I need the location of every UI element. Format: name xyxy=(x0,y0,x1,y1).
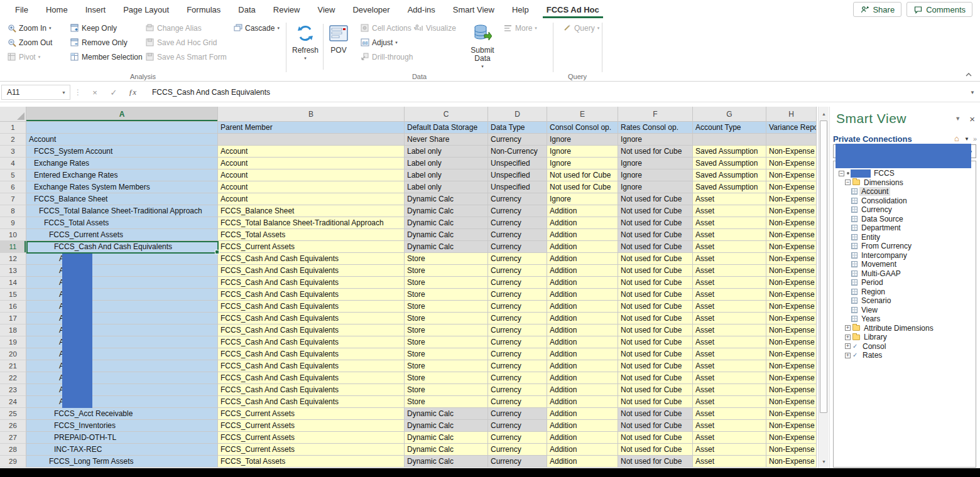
cell-A13[interactable]: A xyxy=(26,265,218,277)
column-header-c[interactable]: C xyxy=(405,107,488,122)
cell-D7[interactable]: Currency xyxy=(488,193,547,205)
cell-H15[interactable]: Non-Expense xyxy=(766,289,817,301)
column-header-f[interactable]: F xyxy=(618,107,693,122)
cell-D29[interactable]: Currency xyxy=(488,456,547,468)
cell-A3[interactable]: FCCS_System Account xyxy=(26,146,218,158)
cell-A16[interactable]: A xyxy=(26,301,218,313)
cell-B26[interactable]: FCCS_Current Assets xyxy=(218,420,405,432)
cell-D6[interactable]: Unspecified xyxy=(488,181,547,193)
cell-H11[interactable]: Non-Expense xyxy=(766,241,817,253)
panel-close-icon[interactable]: × xyxy=(969,114,975,124)
cell-A4[interactable]: Exchange Rates xyxy=(26,158,218,169)
cell-C17[interactable]: Store xyxy=(405,313,488,324)
cell-C9[interactable]: Dynamic Calc xyxy=(405,217,488,229)
insert-function-icon[interactable]: ƒx xyxy=(123,87,142,97)
cell-G10[interactable]: Asset xyxy=(693,229,766,241)
cell-G14[interactable]: Asset xyxy=(693,277,766,289)
cell-H10[interactable]: Non-Expense xyxy=(766,229,817,241)
cell-H25[interactable]: Non-Expense xyxy=(766,408,817,420)
cell-H18[interactable]: Non-Expense xyxy=(766,324,817,336)
cell-D27[interactable]: Currency xyxy=(488,432,547,444)
cell-B13[interactable]: FCCS_Cash And Cash Equivalents xyxy=(218,265,405,277)
tree-item-library[interactable]: +Library xyxy=(834,333,976,342)
cell-D3[interactable]: Non-Currency xyxy=(488,146,547,158)
row-header-23[interactable]: 23 xyxy=(0,384,26,396)
scrollbar-thumb[interactable] xyxy=(820,121,827,413)
cell-H8[interactable]: Non-Expense xyxy=(766,205,817,217)
home-icon[interactable]: ⌂ xyxy=(954,135,959,142)
tree-item-multi-gaap[interactable]: Multi-GAAP xyxy=(834,269,976,279)
row-header-7[interactable]: 7 xyxy=(0,193,26,205)
cell-A17[interactable]: A xyxy=(26,313,218,324)
cell-E1[interactable]: Consol Consol op. xyxy=(547,122,618,134)
zoom-out-button[interactable]: Zoom Out xyxy=(5,36,54,49)
cell-F18[interactable]: Not used for Cube xyxy=(618,324,693,336)
enter-formula-icon[interactable]: ✓ xyxy=(104,88,123,97)
cell-C21[interactable]: Store xyxy=(405,360,488,372)
cell-E20[interactable]: Addition xyxy=(547,348,618,360)
cell-D17[interactable]: Currency xyxy=(488,313,547,324)
member-selection-button[interactable]: Member Selection xyxy=(68,50,144,63)
cell-D18[interactable]: Currency xyxy=(488,324,547,336)
cell-C5[interactable]: Label only xyxy=(405,169,488,181)
cell-F5[interactable]: Ignore xyxy=(618,169,693,181)
cell-B22[interactable]: FCCS_Cash And Cash Equivalents xyxy=(218,372,405,384)
cell-B1[interactable]: Parent Member xyxy=(218,122,405,134)
expand-icon[interactable]: + xyxy=(845,343,851,349)
cell-G16[interactable]: Asset xyxy=(693,301,766,313)
cell-B20[interactable]: FCCS_Cash And Cash Equivalents xyxy=(218,348,405,360)
tab-insert[interactable]: Insert xyxy=(77,0,115,19)
row-header-4[interactable]: 4 xyxy=(0,158,26,169)
cell-B27[interactable]: FCCS_Current Assets xyxy=(218,432,405,444)
cell-F28[interactable]: Not used for Cube xyxy=(618,444,693,456)
cell-A12[interactable]: A xyxy=(26,253,218,265)
cell-D16[interactable]: Currency xyxy=(488,301,547,313)
cell-C29[interactable]: Dynamic Calc xyxy=(405,456,488,468)
cell-F11[interactable]: Not used for Cube xyxy=(618,241,693,253)
cell-D9[interactable]: Currency xyxy=(488,217,547,229)
cell-G12[interactable]: Asset xyxy=(693,253,766,265)
cell-H19[interactable]: Non-Expense xyxy=(766,336,817,348)
cell-F4[interactable]: Ignore xyxy=(618,158,693,169)
zoom-in-button[interactable]: Zoom In▾ xyxy=(5,21,53,35)
cell-A29[interactable]: FCCS_Long Term Assets xyxy=(26,456,218,468)
cell-G15[interactable]: Asset xyxy=(693,289,766,301)
cell-H4[interactable]: Non-Expense xyxy=(766,158,817,169)
cell-G28[interactable]: Asset xyxy=(693,444,766,456)
cell-A21[interactable]: A xyxy=(26,360,218,372)
row-header-22[interactable]: 22 xyxy=(0,372,26,384)
tab-formulas[interactable]: Formulas xyxy=(178,0,229,19)
cell-G20[interactable]: Asset xyxy=(693,348,766,360)
cell-G3[interactable]: Saved Assumption xyxy=(693,146,766,158)
cell-B14[interactable]: FCCS_Cash And Cash Equivalents xyxy=(218,277,405,289)
cell-E16[interactable]: Addition xyxy=(547,301,618,313)
tree-item-consolidation[interactable]: Consolidation xyxy=(834,196,976,206)
cell-E15[interactable]: Addition xyxy=(547,289,618,301)
cell-A28[interactable]: INC-TAX-REC xyxy=(26,444,218,456)
cell-E14[interactable]: Addition xyxy=(547,277,618,289)
cell-F24[interactable]: Not used for Cube xyxy=(618,396,693,408)
cell-A27[interactable]: PREPAID-OTH-TL xyxy=(26,432,218,444)
column-header-b[interactable]: B xyxy=(218,107,405,122)
cell-B10[interactable]: FCCS_Total Assets xyxy=(218,229,405,241)
cell-B5[interactable]: Account xyxy=(218,169,405,181)
cell-D1[interactable]: Data Type xyxy=(488,122,547,134)
cell-E23[interactable]: Addition xyxy=(547,384,618,396)
row-header-15[interactable]: 15 xyxy=(0,289,26,301)
cell-F17[interactable]: Not used for Cube xyxy=(618,313,693,324)
cell-F25[interactable]: Not used for Cube xyxy=(618,408,693,420)
row-header-16[interactable]: 16 xyxy=(0,301,26,313)
cell-F6[interactable]: Ignore xyxy=(618,181,693,193)
tree-item-department[interactable]: Department xyxy=(834,223,976,233)
cell-G11[interactable]: Asset xyxy=(693,241,766,253)
cell-F9[interactable]: Not used for Cube xyxy=(618,217,693,229)
cell-F19[interactable]: Not used for Cube xyxy=(618,336,693,348)
tree-item-account[interactable]: Account xyxy=(834,187,976,196)
cell-C28[interactable]: Dynamic Calc xyxy=(405,444,488,456)
tree-item-period[interactable]: Period xyxy=(834,278,976,287)
tab-add-ins[interactable]: Add-ins xyxy=(399,0,444,19)
cell-D8[interactable]: Currency xyxy=(488,205,547,217)
cell-D23[interactable]: Currency xyxy=(488,384,547,396)
cell-H9[interactable]: Non-Expense xyxy=(766,217,817,229)
cell-G26[interactable]: Asset xyxy=(693,420,766,432)
